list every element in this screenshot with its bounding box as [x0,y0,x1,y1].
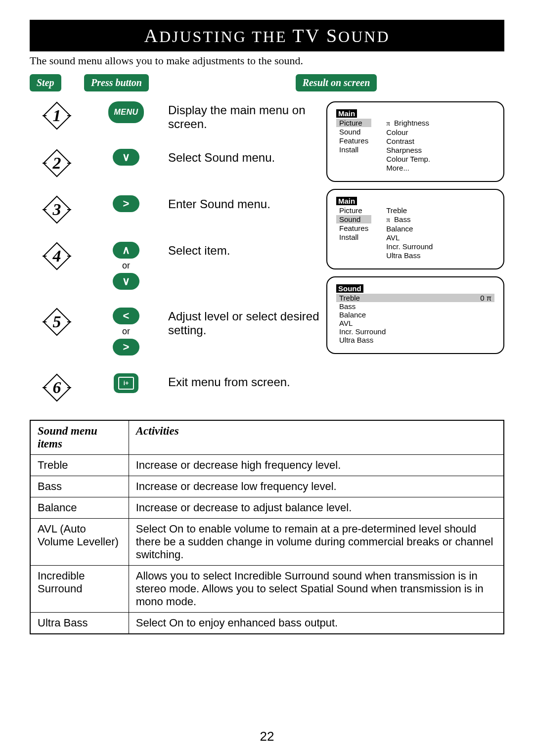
osd-item: Treble0 π [336,294,494,302]
step-number-diamond: 6 [43,373,71,402]
osd-item: Incr. Surround [383,242,436,251]
header-press: Press button [84,74,149,91]
osd-item: Sound [336,215,371,223]
osd-item: Colour [383,128,433,136]
step-description: Display the main menu on screen. [168,101,336,131]
sound-item-name: Balance [30,497,129,519]
step-description: Exit menu from screen. [168,373,336,389]
osd-item: Install [336,233,371,241]
manual-page: ADJUSTING THE TV SOUND The sound menu al… [0,0,534,756]
arrow-up-icon: ∧ [113,242,139,259]
step-description: Select Sound menu. [168,149,336,165]
press-button-cell [84,373,168,393]
step-description: Enter Sound menu. [168,195,336,211]
osd-main-sound: Main PictureSoundFeaturesInstall Trebleπ… [326,189,504,269]
or-label: or [122,326,130,337]
table-row: Incredible SurroundAllows you to select … [30,566,504,613]
osd-item: More... [383,164,433,172]
steps-block: 1MENUDisplay the main menu on screen.2∨S… [30,101,504,402]
osd-item: Picture [336,119,371,127]
osd-item: Features [336,224,371,232]
step-description: Select item. [168,242,336,258]
step-number-diamond: 2 [43,149,71,178]
sound-item-activity: Allows you to select Incredible Surround… [129,566,504,613]
osd-item: π Bass [383,215,436,224]
sound-items-table: Sound menu items Activities TrebleIncrea… [30,420,504,634]
osd-item: Sound [336,128,371,136]
step-row: 6Exit menu from screen. [30,373,504,402]
step-number-diamond: 5 [43,308,71,336]
title-part: OUND [338,28,390,45]
title-part: A [144,25,159,46]
osd-item: Picture [336,206,371,215]
sound-item-activity: Increase or decrease low frequency level… [129,476,504,497]
sound-item-name: AVL (Auto Volume Leveller) [30,519,129,566]
sound-item-name: Incredible Surround [30,566,129,613]
osd-item: Colour Temp. [383,155,433,163]
press-button-cell: ∧or∨ [84,242,168,290]
osd-item: AVL [336,319,494,327]
sound-item-name: Bass [30,476,129,497]
press-button-cell: <or> [84,308,168,356]
arrow-down-icon: ∨ [113,273,139,290]
osd-item: π Brightness [383,119,433,128]
sound-item-activity: Select On to enjoy enhanced bass output. [129,613,504,634]
step-number-diamond: 3 [43,195,71,224]
step-number-diamond: 1 [43,101,71,130]
header-result: Result on screen [296,74,377,91]
osd-item: Balance [383,224,436,233]
sound-item-activity: Increase or decrease high frequency leve… [129,455,504,476]
or-label: or [122,261,130,271]
header-step: Step [30,74,61,91]
arrow-right-icon: > [113,339,139,356]
osd-item: Contrast [383,137,433,145]
title-part: TV S [292,25,338,46]
table-header-items: Sound menu items [30,420,129,455]
page-title: ADJUSTING THE TV SOUND [30,20,504,51]
osd-item: Bass [336,302,494,311]
sound-item-name: Ultra Bass [30,613,129,634]
page-number: 22 [0,729,534,744]
arrow-right-icon: > [113,195,139,212]
table-header-activities: Activities [129,420,504,455]
arrow-left-icon: < [113,308,139,324]
menu-button-icon: MENU [108,101,144,123]
table-row: Ultra BassSelect On to enjoy enhanced ba… [30,613,504,634]
on-screen-results: Main PictureSoundFeaturesInstall π Brigh… [326,101,504,361]
sound-item-activity: Select On to enable volume to remain at … [129,519,504,566]
osd-title: Sound [336,284,363,293]
exit-icon [114,373,138,393]
table-row: TrebleIncrease or decrease high frequenc… [30,455,504,476]
table-row: BalanceIncrease or decrease to adjust ba… [30,497,504,519]
osd-sound-menu: Sound Treble0 πBassBalanceAVLIncr. Surro… [326,276,504,354]
osd-item: Incr. Surround [336,327,494,336]
osd-item: Ultra Bass [336,336,494,344]
table-row: AVL (Auto Volume Leveller)Select On to e… [30,519,504,566]
osd-item: Sharpness [383,146,433,154]
osd-item: Ultra Bass [383,251,436,260]
osd-item: Treble [383,206,436,215]
title-part: DJUSTING THE [159,28,287,45]
osd-title: Main [336,197,357,205]
sound-item-name: Treble [30,455,129,476]
osd-item: Features [336,136,371,145]
column-headers: Step Press button Result on screen [30,74,504,91]
table-row: BassIncrease or decrease low frequency l… [30,476,504,497]
press-button-cell: MENU [84,101,168,123]
step-description: Adjust level or select desired setting. [168,308,336,337]
osd-item: Install [336,145,371,154]
press-button-cell: > [84,195,168,212]
osd-main-picture: Main PictureSoundFeaturesInstall π Brigh… [326,101,504,182]
press-button-cell: ∨ [84,149,168,166]
osd-title: Main [336,109,357,118]
intro-text: The sound menu allows you to make adjust… [30,54,504,67]
osd-item: AVL [383,233,436,242]
osd-item: Balance [336,311,494,319]
arrow-down-icon: ∨ [113,149,139,166]
sound-item-activity: Increase or decrease to adjust balance l… [129,497,504,519]
step-number-diamond: 4 [43,242,71,270]
